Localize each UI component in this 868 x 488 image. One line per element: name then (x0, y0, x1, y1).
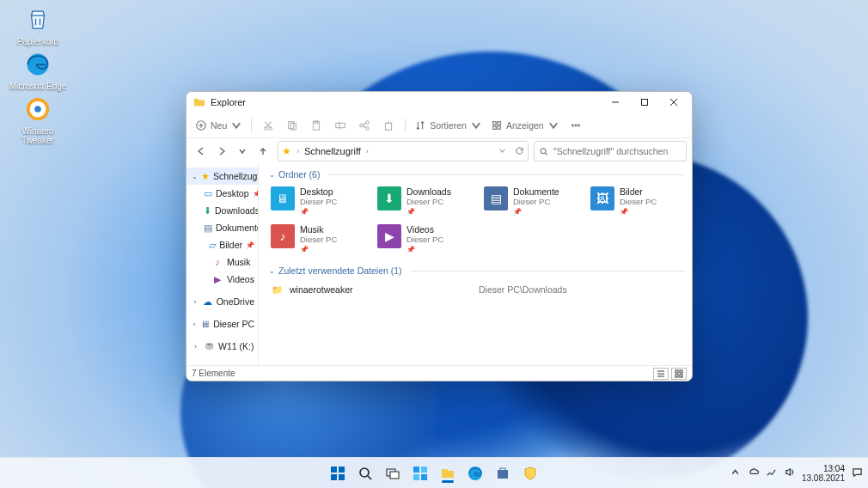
pin-icon: 📌 (620, 207, 657, 217)
desktop[interactable]: Papierkorb Microsoft Edge Winaero Tweake… (0, 0, 868, 488)
widgets-button[interactable] (409, 462, 431, 485)
pin-icon: 📌 (406, 245, 443, 255)
sidebar-item-drive[interactable]: ›⛃W11 (K:) (186, 338, 258, 355)
svg-line-24 (364, 125, 367, 127)
taskbar-app-edge[interactable] (464, 462, 486, 485)
search-input[interactable] (553, 146, 681, 156)
taskbar-search-button[interactable] (354, 462, 376, 485)
taskbar-app-security[interactable] (519, 462, 541, 485)
window-title: Explorer (211, 97, 601, 107)
folder-tile-pictures[interactable]: 🖼 BilderDieser PC📌 (589, 185, 692, 219)
desktop-icon-edge[interactable]: Microsoft Edge (7, 50, 69, 91)
sidebar-item-music[interactable]: ♪Musik (195, 253, 258, 271)
chevron-down-icon (470, 119, 482, 131)
svg-rect-47 (331, 467, 337, 473)
star-icon: ★ (201, 170, 210, 182)
folder-tile-downloads[interactable]: ⬇ DownloadsDieser PC📌 (376, 185, 479, 219)
folder-tile-desktop[interactable]: 🖥 DesktopDieser PC📌 (269, 185, 372, 219)
svg-rect-25 (386, 123, 392, 130)
copy-icon (286, 119, 298, 131)
music-icon: ♪ (211, 256, 223, 268)
taskbar[interactable]: 13:04 13.08.2021 (0, 457, 868, 488)
breadcrumb[interactable]: Schnellzugriff (304, 146, 361, 156)
svg-rect-58 (421, 474, 427, 480)
share-button[interactable] (353, 114, 376, 137)
cut-button[interactable] (257, 114, 279, 137)
forward-button[interactable] (212, 140, 231, 162)
tray-overflow-button[interactable] (730, 467, 741, 479)
network-tray-icon[interactable] (766, 467, 777, 479)
svg-rect-4 (642, 100, 648, 106)
desktop-icon-recycle-bin[interactable]: Papierkorb (7, 5, 69, 46)
folder-tile-music[interactable]: ♪ MusikDieser PC📌 (269, 223, 372, 257)
chevron-right-icon: › (366, 147, 369, 156)
desktop-icon-label: Winaero Tweaker (7, 126, 69, 145)
pictures-folder-icon: 🖼 (590, 186, 614, 210)
group-header-recent[interactable]: ⌄Zuletzt verwendete Dateien (1) (269, 265, 685, 276)
onedrive-tray-icon[interactable] (748, 467, 759, 479)
recycle-bin-icon (23, 5, 52, 34)
download-icon: ⬇ (204, 204, 211, 217)
title-bar[interactable]: Explorer (186, 92, 692, 113)
document-icon: ▤ (204, 222, 212, 234)
desktop-icon-winaero[interactable]: Winaero Tweaker (7, 95, 69, 145)
volume-tray-icon[interactable] (784, 467, 795, 479)
details-view-button[interactable] (653, 368, 669, 380)
refresh-button[interactable] (515, 146, 524, 157)
more-button[interactable] (565, 114, 587, 137)
system-tray[interactable]: 13:04 13.08.2021 (730, 464, 863, 483)
folder-icon (193, 96, 205, 108)
copy-button[interactable] (281, 114, 303, 137)
minimize-button[interactable] (601, 92, 630, 113)
notifications-button[interactable] (852, 467, 863, 479)
task-view-button[interactable] (382, 462, 404, 485)
winaero-icon (23, 95, 52, 124)
clock[interactable]: 13:04 13.08.2021 (802, 464, 845, 483)
view-button[interactable]: Anzeigen (487, 114, 563, 137)
taskbar-app-explorer[interactable] (437, 462, 459, 485)
address-bar[interactable]: ★ › Schnellzugriff › (278, 141, 529, 162)
delete-button[interactable] (377, 114, 400, 137)
recent-file-row[interactable]: 📁 winaerotweaker Dieser PC\Downloads (269, 281, 685, 299)
svg-point-34 (572, 125, 573, 126)
svg-rect-56 (421, 467, 427, 473)
svg-point-36 (578, 125, 579, 126)
sidebar-item-quick-access[interactable]: ⌄★Schnellzugriff (186, 168, 258, 185)
view-icon (491, 119, 503, 131)
recent-dropdown[interactable] (233, 140, 252, 162)
maximize-button[interactable] (630, 92, 659, 113)
share-icon (358, 119, 370, 131)
content-pane[interactable]: ⌄Ordner (6) 🖥 DesktopDieser PC📌 ⬇ Downlo… (259, 164, 692, 365)
rename-button[interactable] (329, 114, 351, 137)
status-text: 7 Elemente (192, 369, 235, 378)
downloads-folder-icon: ⬇ (377, 186, 401, 210)
sidebar-item-pictures[interactable]: ▱Bilder📌 (195, 236, 258, 253)
large-icons-view-button[interactable] (671, 368, 687, 380)
up-button[interactable] (254, 140, 272, 162)
sort-button[interactable]: Sortieren (411, 114, 486, 137)
sidebar-item-videos[interactable]: ▶Videos (195, 271, 258, 288)
new-button[interactable]: Neu (192, 114, 246, 137)
start-button[interactable] (327, 462, 349, 485)
sidebar-item-onedrive[interactable]: ›☁OneDrive (186, 293, 258, 310)
sidebar-item-desktop[interactable]: ▭Desktop📌 (195, 185, 258, 202)
sidebar-item-downloads[interactable]: ⬇Downloads📌 (195, 202, 258, 219)
file-explorer-window: Explorer Neu Sortieren (186, 91, 693, 381)
svg-rect-33 (498, 125, 501, 129)
search-box[interactable] (534, 141, 687, 162)
close-button[interactable] (659, 92, 688, 113)
folder-tile-videos[interactable]: ▶ VideosDieser PC📌 (376, 223, 479, 257)
svg-point-35 (575, 125, 577, 126)
group-header-folders[interactable]: ⌄Ordner (6) (269, 169, 685, 180)
svg-rect-43 (675, 370, 678, 373)
sidebar-item-this-pc[interactable]: ›🖥Dieser PC (186, 315, 258, 332)
ellipsis-icon (570, 119, 582, 131)
sidebar-item-documents[interactable]: ▤Dokumente📌 (195, 219, 258, 236)
taskbar-app-store[interactable] (492, 462, 514, 485)
back-button[interactable] (192, 140, 211, 162)
paste-button[interactable] (305, 114, 327, 137)
svg-rect-54 (390, 472, 399, 479)
pin-icon: 📌 (253, 190, 259, 198)
folder-tile-documents[interactable]: ▤ DokumenteDieser PC📌 (482, 185, 585, 219)
address-dropdown[interactable] (498, 146, 506, 156)
